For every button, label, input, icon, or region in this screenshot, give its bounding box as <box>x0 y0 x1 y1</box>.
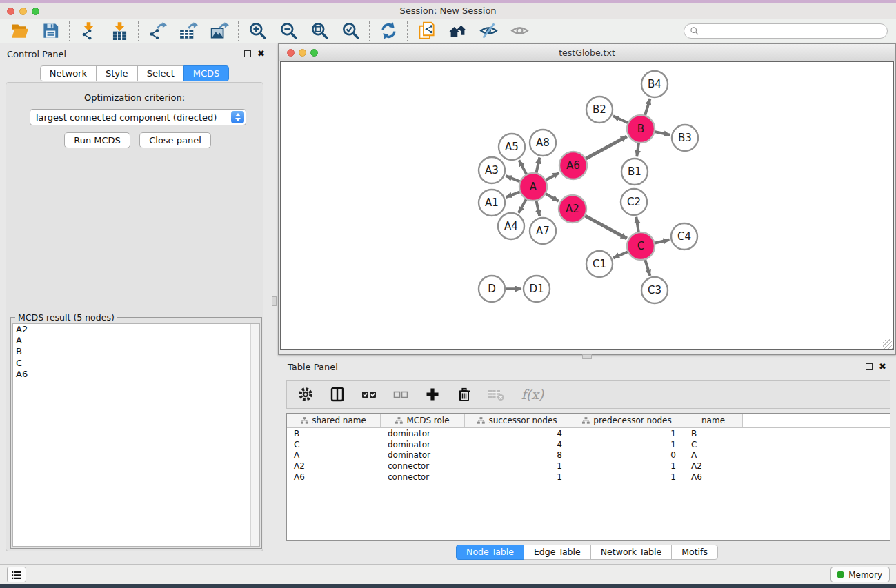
result-item[interactable]: C <box>13 358 259 369</box>
edge-A-A6[interactable] <box>546 173 559 181</box>
node-A6[interactable]: A6 <box>559 152 587 179</box>
node-C1[interactable]: C1 <box>586 251 613 277</box>
search-field[interactable] <box>684 23 888 39</box>
resize-grip-icon[interactable] <box>883 339 893 349</box>
show-panel-eye-button[interactable] <box>508 21 530 41</box>
add-button[interactable] <box>422 384 443 405</box>
gear-button[interactable] <box>295 384 316 405</box>
close-table-panel-icon[interactable]: ✖ <box>879 363 886 370</box>
result-item[interactable]: A6 <box>13 369 259 380</box>
node-B2[interactable]: B2 <box>586 97 613 123</box>
zoom-in-button[interactable] <box>246 21 268 41</box>
tab-mcds[interactable]: MCDS <box>183 65 230 81</box>
node-D[interactable]: D <box>479 276 505 302</box>
result-item[interactable]: B <box>13 346 259 357</box>
node-A8[interactable]: A8 <box>530 130 556 156</box>
result-item[interactable]: A <box>13 335 259 346</box>
node-A5[interactable]: A5 <box>499 134 525 160</box>
table-row[interactable]: Cdominator41C <box>287 439 890 450</box>
edge-A2-C[interactable] <box>585 216 627 239</box>
tab-motifs[interactable]: Motifs <box>671 545 718 560</box>
memory-button[interactable]: Memory <box>830 567 890 582</box>
node-C[interactable]: C <box>627 232 655 260</box>
tab-network-table[interactable]: Network Table <box>590 545 673 560</box>
edge-C-C3[interactable] <box>645 259 650 276</box>
result-item[interactable]: A2 <box>13 324 259 335</box>
node-A4[interactable]: A4 <box>498 213 524 239</box>
edge-C-C4[interactable] <box>655 240 670 243</box>
node-B3[interactable]: B3 <box>672 125 698 151</box>
minimize-window-button[interactable] <box>19 8 27 15</box>
duplicate-network-button[interactable] <box>415 21 437 41</box>
node-B4[interactable]: B4 <box>641 71 668 97</box>
node-A2[interactable]: A2 <box>559 195 586 223</box>
run-mcds-button[interactable]: Run MCDS <box>64 132 130 148</box>
column-header-name[interactable]: name <box>684 414 743 427</box>
select-all-button[interactable] <box>359 384 379 405</box>
edge-A-A7[interactable] <box>536 201 539 216</box>
home-button[interactable] <box>446 21 468 41</box>
tab-node-table[interactable]: Node Table <box>456 545 524 560</box>
network-canvas[interactable]: B4B2BB3A8A5A6B1A3AA1C2A2A4A7C4CC1C3DD1 <box>280 61 894 350</box>
edge-C-C1[interactable] <box>613 252 628 258</box>
node-C4[interactable]: C4 <box>671 223 697 250</box>
save-session-button[interactable] <box>39 21 61 41</box>
edge-A6-B[interactable] <box>586 136 627 159</box>
column-header-shared-name[interactable]: shared name <box>287 414 381 427</box>
node-A[interactable]: A <box>519 173 547 201</box>
node-A3[interactable]: A3 <box>479 157 505 183</box>
node-B[interactable]: B <box>627 115 655 143</box>
table-row[interactable]: Bdominator41B <box>287 428 890 439</box>
node-A1[interactable]: A1 <box>479 190 505 216</box>
network-minimize-button[interactable] <box>299 49 306 57</box>
edge-A-A1[interactable] <box>506 192 521 197</box>
zoom-selected-button[interactable] <box>339 21 361 41</box>
node-C3[interactable]: C3 <box>641 277 668 303</box>
edge-B-B1[interactable] <box>637 143 639 156</box>
result-scrollbar[interactable] <box>250 324 259 546</box>
tab-edge-table[interactable]: Edge Table <box>524 545 591 560</box>
column-header-MCDS-role[interactable]: MCDS role <box>381 414 465 427</box>
column-header-successor-nodes[interactable]: successor nodes <box>465 414 570 427</box>
network-maximize-button[interactable] <box>310 49 318 57</box>
edge-C-C2[interactable] <box>636 217 639 233</box>
tab-style[interactable]: Style <box>96 65 138 81</box>
float-panel-icon[interactable] <box>244 50 251 57</box>
search-input[interactable] <box>703 26 882 36</box>
export-network-button[interactable] <box>146 21 168 41</box>
edge-A-A2[interactable] <box>545 194 559 201</box>
node-A7[interactable]: A7 <box>530 218 556 244</box>
import-table-button[interactable] <box>108 21 130 41</box>
node-C2[interactable]: C2 <box>621 189 647 215</box>
tab-select[interactable]: Select <box>137 65 184 81</box>
edge-B-B3[interactable] <box>655 132 670 135</box>
zoom-fit-button[interactable] <box>308 21 330 41</box>
trash-button[interactable] <box>454 384 475 405</box>
deselect-all-button[interactable] <box>390 384 411 405</box>
columns-button[interactable] <box>327 384 348 405</box>
criterion-select[interactable]: largest connected component (directed) <box>30 109 246 125</box>
zoom-out-button[interactable] <box>277 21 299 41</box>
hide-panel-eye-button[interactable] <box>477 21 499 41</box>
refresh-button[interactable] <box>377 21 399 41</box>
edge-A-A5[interactable] <box>519 160 526 174</box>
vertical-splitter-handle[interactable] <box>272 296 277 306</box>
edge-B-B2[interactable] <box>613 116 628 123</box>
network-close-button[interactable] <box>287 49 295 57</box>
table-row[interactable]: Adominator80A <box>287 449 890 460</box>
import-network-button[interactable] <box>77 21 99 41</box>
edge-A-A4[interactable] <box>519 199 526 212</box>
node-B1[interactable]: B1 <box>621 159 648 185</box>
close-window-button[interactable] <box>7 8 14 15</box>
table-row[interactable]: A6connector11A6 <box>287 472 890 483</box>
close-panel-icon[interactable]: ✖ <box>257 50 265 57</box>
task-history-button[interactable] <box>7 567 26 582</box>
maximize-window-button[interactable] <box>32 8 39 15</box>
tab-network[interactable]: Network <box>40 65 97 81</box>
column-header-predecessor-nodes[interactable]: predecessor nodes <box>570 414 684 427</box>
node-D1[interactable]: D1 <box>524 276 550 302</box>
table-row[interactable]: A2connector11A2 <box>287 460 890 472</box>
edge-B-B4[interactable] <box>645 99 650 116</box>
open-session-button[interactable] <box>8 21 30 41</box>
horizontal-splitter-handle[interactable] <box>582 354 592 359</box>
